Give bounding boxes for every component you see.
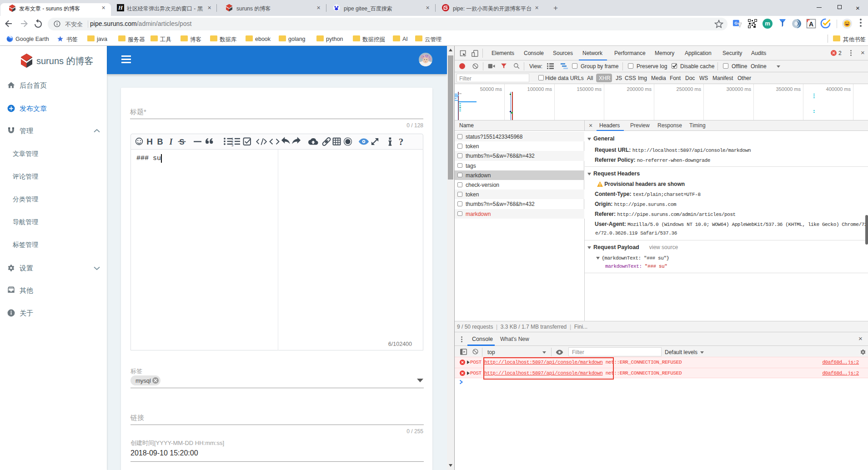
svg-text:?: ? — [399, 136, 404, 147]
svg-text:S: S — [179, 138, 184, 146]
svg-text:A: A — [809, 20, 813, 28]
svg-text:3: 3 — [231, 143, 233, 147]
svg-text:H: H — [146, 137, 153, 146]
svg-text:B: B — [157, 137, 163, 146]
svg-text:I: I — [169, 137, 173, 146]
svg-text:G: G — [734, 21, 738, 25]
